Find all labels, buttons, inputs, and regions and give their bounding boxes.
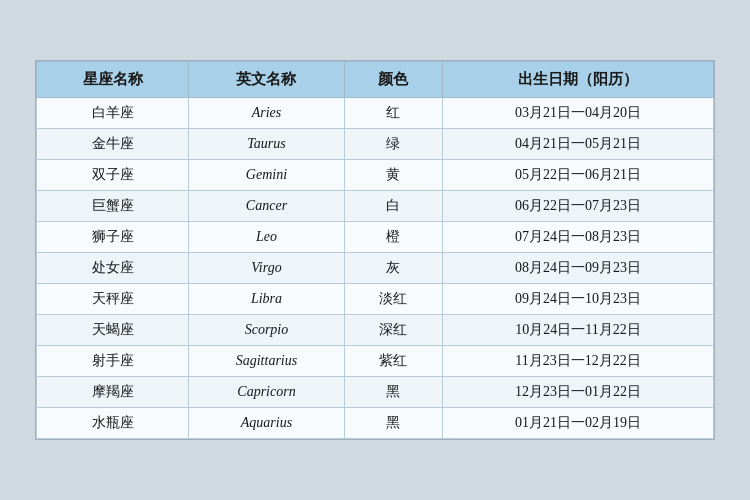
cell-dates: 12月23日一01月22日 [443,377,714,408]
cell-chinese-name: 处女座 [37,253,189,284]
table-header-row: 星座名称 英文名称 颜色 出生日期（阳历） [37,62,714,98]
cell-chinese-name: 水瓶座 [37,408,189,439]
table-row: 天秤座Libra淡红09月24日一10月23日 [37,284,714,315]
cell-dates: 09月24日一10月23日 [443,284,714,315]
cell-color: 淡红 [344,284,443,315]
cell-dates: 08月24日一09月23日 [443,253,714,284]
cell-chinese-name: 天秤座 [37,284,189,315]
cell-english-name: Libra [189,284,344,315]
cell-dates: 04月21日一05月21日 [443,129,714,160]
table-row: 水瓶座Aquarius黑01月21日一02月19日 [37,408,714,439]
zodiac-table-container: 星座名称 英文名称 颜色 出生日期（阳历） 白羊座Aries红03月21日一04… [35,60,715,440]
table-body: 白羊座Aries红03月21日一04月20日金牛座Taurus绿04月21日一0… [37,98,714,439]
table-row: 处女座Virgo灰08月24日一09月23日 [37,253,714,284]
cell-chinese-name: 摩羯座 [37,377,189,408]
cell-color: 黄 [344,160,443,191]
cell-english-name: Aries [189,98,344,129]
cell-color: 黑 [344,377,443,408]
cell-color: 白 [344,191,443,222]
table-row: 摩羯座Capricorn黑12月23日一01月22日 [37,377,714,408]
cell-dates: 10月24日一11月22日 [443,315,714,346]
cell-dates: 07月24日一08月23日 [443,222,714,253]
cell-chinese-name: 狮子座 [37,222,189,253]
cell-dates: 11月23日一12月22日 [443,346,714,377]
cell-dates: 03月21日一04月20日 [443,98,714,129]
cell-color: 灰 [344,253,443,284]
table-row: 金牛座Taurus绿04月21日一05月21日 [37,129,714,160]
cell-english-name: Leo [189,222,344,253]
cell-english-name: Scorpio [189,315,344,346]
header-chinese-name: 星座名称 [37,62,189,98]
header-dates: 出生日期（阳历） [443,62,714,98]
cell-english-name: Taurus [189,129,344,160]
cell-dates: 06月22日一07月23日 [443,191,714,222]
cell-color: 深红 [344,315,443,346]
cell-color: 紫红 [344,346,443,377]
cell-chinese-name: 白羊座 [37,98,189,129]
cell-english-name: Cancer [189,191,344,222]
table-row: 射手座Sagittarius紫红11月23日一12月22日 [37,346,714,377]
cell-chinese-name: 射手座 [37,346,189,377]
cell-english-name: Gemini [189,160,344,191]
table-row: 巨蟹座Cancer白06月22日一07月23日 [37,191,714,222]
cell-english-name: Sagittarius [189,346,344,377]
cell-chinese-name: 双子座 [37,160,189,191]
cell-english-name: Virgo [189,253,344,284]
table-row: 双子座Gemini黄05月22日一06月21日 [37,160,714,191]
header-color: 颜色 [344,62,443,98]
cell-color: 绿 [344,129,443,160]
cell-chinese-name: 金牛座 [37,129,189,160]
cell-dates: 01月21日一02月19日 [443,408,714,439]
cell-english-name: Capricorn [189,377,344,408]
cell-dates: 05月22日一06月21日 [443,160,714,191]
zodiac-table: 星座名称 英文名称 颜色 出生日期（阳历） 白羊座Aries红03月21日一04… [36,61,714,439]
table-row: 白羊座Aries红03月21日一04月20日 [37,98,714,129]
cell-color: 红 [344,98,443,129]
header-english-name: 英文名称 [189,62,344,98]
cell-chinese-name: 天蝎座 [37,315,189,346]
cell-chinese-name: 巨蟹座 [37,191,189,222]
cell-color: 黑 [344,408,443,439]
table-row: 天蝎座Scorpio深红10月24日一11月22日 [37,315,714,346]
cell-english-name: Aquarius [189,408,344,439]
table-row: 狮子座Leo橙07月24日一08月23日 [37,222,714,253]
cell-color: 橙 [344,222,443,253]
